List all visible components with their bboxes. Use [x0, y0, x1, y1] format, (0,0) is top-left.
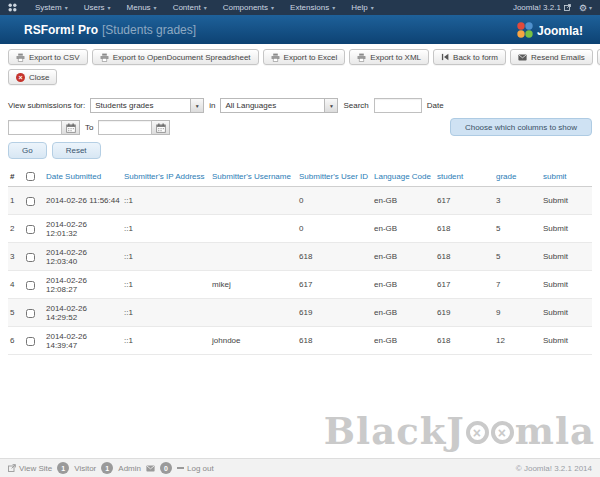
button-label: Export to CSV — [29, 53, 80, 62]
cell-username — [210, 299, 297, 327]
search-input[interactable] — [374, 98, 422, 113]
column-header-submitter-s-username: Submitter's Username — [210, 167, 297, 187]
cell-username — [210, 243, 297, 271]
caret-down-icon: ▾ — [204, 5, 207, 11]
column-header-num: # — [8, 167, 24, 187]
toolbar-main-row: Export to CSVExport to OpenDocument Spre… — [8, 49, 592, 65]
sort-link-language-code[interactable]: Language Code — [374, 172, 431, 181]
joomla-version-link[interactable]: Joomla! 3.2.1 — [513, 3, 571, 12]
back-to-form-button[interactable]: Back to form — [433, 49, 506, 65]
row-checkbox[interactable] — [26, 253, 35, 262]
caret-down-icon: ▾ — [108, 5, 111, 11]
language-select[interactable]: All Languages ▼ — [220, 98, 338, 113]
menu-help[interactable]: Help▾ — [343, 3, 381, 12]
sort-link-submitter-s-user-id[interactable]: Submitter's User ID — [299, 172, 368, 181]
form-select-value: Students grades — [91, 99, 190, 112]
logout-link[interactable]: Log out — [177, 464, 214, 473]
copyright-text: © Joomla! 3.2.1 2014 — [516, 464, 592, 473]
menu-extensions[interactable]: Extensions▾ — [282, 3, 343, 12]
export-to-xml-button[interactable]: Export to XML — [349, 49, 429, 65]
close-button[interactable]: × Close — [8, 69, 57, 85]
menu-label: Help — [351, 3, 367, 12]
cell-num: 5 — [8, 299, 24, 327]
date-to-calendar-button[interactable] — [152, 120, 170, 135]
gear-icon: ⚙ — [579, 3, 587, 13]
view-submissions-label: View submissions for: — [8, 101, 85, 110]
export-to-excel-button[interactable]: Export to Excel — [263, 49, 346, 65]
cell-grade: 3 — [494, 187, 541, 215]
watermark-text: mla — [515, 413, 595, 450]
visitor-label: Visitor — [74, 464, 96, 473]
row-checkbox[interactable] — [26, 309, 35, 318]
go-button[interactable]: Go — [8, 142, 47, 159]
page-subtitle: [Students grades] — [102, 23, 196, 37]
cell-user-id: 618 — [297, 243, 372, 271]
caret-down-icon: ▾ — [332, 5, 335, 11]
cell-student: 618 — [435, 327, 494, 355]
cell-date: 2014-02-26 12:03:40 — [44, 243, 122, 271]
cell-ip: ::1 — [122, 271, 210, 299]
cell-student: 618 — [435, 243, 494, 271]
button-label: Export to Excel — [284, 53, 338, 62]
sort-link-student[interactable]: student — [437, 172, 463, 181]
cell-submit: Submit — [541, 215, 592, 243]
resend-emails-button[interactable]: Resend Emails — [510, 49, 593, 65]
sort-link-grade[interactable]: grade — [496, 172, 516, 181]
table-row: 42014-02-26 12:08:27::1mikej617en-GB6177… — [8, 271, 592, 299]
sort-link-submit[interactable]: submit — [543, 172, 567, 181]
select-all-checkbox[interactable] — [26, 172, 35, 181]
menu-components[interactable]: Components▾ — [215, 3, 282, 12]
cell-ip: ::1 — [122, 327, 210, 355]
date-from-calendar-button[interactable] — [62, 120, 80, 135]
row-checkbox[interactable] — [26, 337, 35, 346]
messages-count-badge: 0 — [160, 462, 172, 474]
cell-num: 2 — [8, 215, 24, 243]
sort-link-submitter-s-username[interactable]: Submitter's Username — [212, 172, 291, 181]
cell-language: en-GB — [372, 215, 435, 243]
menu-label: Components — [223, 3, 268, 12]
in-label: in — [209, 101, 215, 110]
choose-columns-button[interactable]: Choose which columns to show — [450, 118, 592, 136]
row-checkbox[interactable] — [26, 281, 35, 290]
external-link-icon — [8, 464, 16, 472]
visitor-count-badge: 1 — [57, 462, 69, 474]
navbar-menus: System▾Users▾Menus▾Content▾Components▾Ex… — [27, 3, 382, 12]
chevron-down-icon: ▼ — [324, 99, 337, 112]
cell-username — [210, 187, 297, 215]
cell-language: en-GB — [372, 299, 435, 327]
external-link-icon — [564, 4, 571, 11]
cell-ip: ::1 — [122, 215, 210, 243]
page-title: RSForm! Pro — [24, 23, 98, 37]
cell-submit: Submit — [541, 271, 592, 299]
menu-label: Extensions — [290, 3, 329, 12]
view-site-link[interactable]: View Site — [8, 464, 52, 473]
date-label: Date — [427, 101, 444, 110]
caret-down-icon: ▾ — [271, 5, 274, 11]
column-header-grade: grade — [494, 167, 541, 187]
cell-user-id: 619 — [297, 299, 372, 327]
settings-menu[interactable]: ⚙ ▾ — [579, 3, 592, 13]
menu-users[interactable]: Users▾ — [76, 3, 119, 12]
date-to-input[interactable] — [98, 120, 152, 135]
row-checkbox[interactable] — [26, 197, 35, 206]
menu-content[interactable]: Content▾ — [165, 3, 215, 12]
cell-checkbox — [24, 271, 44, 299]
column-header-checkbox — [24, 167, 44, 187]
menu-menus[interactable]: Menus▾ — [119, 3, 165, 12]
toolbar: Export to CSVExport to OpenDocument Spre… — [0, 44, 600, 85]
form-select[interactable]: Students grades ▼ — [90, 98, 204, 113]
reset-button[interactable]: Reset — [52, 142, 101, 159]
export-to-csv-button[interactable]: Export to CSV — [8, 49, 88, 65]
column-header-student: student — [435, 167, 494, 187]
sort-link-submitter-s-ip-address[interactable]: Submitter's IP Address — [124, 172, 205, 181]
export-to-opendocument-spreadsheet-button[interactable]: Export to OpenDocument Spreadsheet — [92, 49, 259, 65]
table-header-row: #Date SubmittedSubmitter's IP AddressSub… — [8, 167, 592, 187]
menu-system[interactable]: System▾ — [27, 3, 76, 12]
cell-ip: ::1 — [122, 243, 210, 271]
cell-username — [210, 215, 297, 243]
caret-down-icon: ▾ — [589, 5, 592, 11]
row-checkbox[interactable] — [26, 225, 35, 234]
cell-username: johndoe — [210, 327, 297, 355]
date-from-input[interactable] — [8, 120, 62, 135]
sort-link-date-submitted[interactable]: Date Submitted — [46, 172, 101, 181]
